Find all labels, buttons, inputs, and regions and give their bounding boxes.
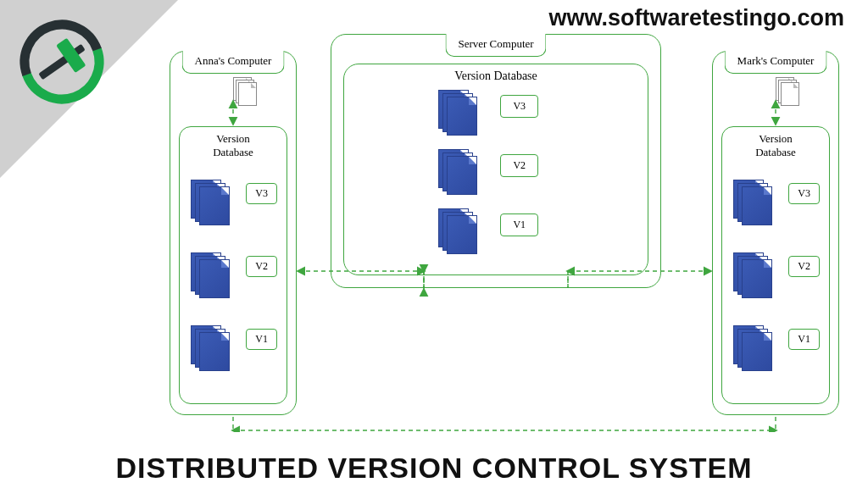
version-label: V2 — [246, 256, 277, 277]
site-logo-icon — [15, 15, 108, 108]
files-stack-icon — [438, 90, 477, 137]
diagram-canvas: Anna's Computer VersionDatabase V3 V2 — [170, 34, 839, 432]
files-stack-icon — [733, 325, 772, 373]
files-stack-icon — [733, 180, 772, 227]
files-stack-icon — [733, 252, 772, 300]
version-entry: V2 — [191, 252, 275, 300]
version-label: V3 — [788, 183, 820, 204]
version-label: V2 — [788, 256, 820, 277]
db-label: VersionDatabase — [180, 132, 287, 158]
version-label: V1 — [788, 329, 820, 350]
version-entry: V1 — [191, 325, 275, 373]
version-label: V1 — [246, 329, 277, 350]
files-stack-icon — [438, 149, 477, 197]
client-panel-mark: Mark's Computer VersionDatabase V3 V2 — [712, 51, 839, 415]
files-stack-icon — [191, 180, 230, 227]
server-title-tab: Server Computer — [445, 34, 546, 57]
version-label: V3 — [500, 95, 538, 118]
version-entry: V3 — [438, 90, 523, 134]
server-panel: Server Computer Version Database V3 V2 V… — [331, 34, 661, 288]
server-version-database-box: Version Database V3 V2 V1 — [343, 64, 648, 275]
site-url: www.softwaretestingo.com — [548, 5, 844, 31]
diagram-title: DISTRIBUTED VERSION CONTROL SYSTEM — [0, 452, 868, 485]
version-entry: V3 — [191, 180, 275, 227]
client-panel-anna: Anna's Computer VersionDatabase V3 V2 — [170, 51, 297, 415]
files-stack-icon — [438, 208, 477, 256]
version-entry: V2 — [438, 149, 523, 193]
page-root: www.softwaretestingo.com DISTRIBUTED VER… — [0, 0, 868, 488]
db-label: Version Database — [344, 69, 648, 83]
version-label: V2 — [500, 154, 538, 177]
version-database-box: VersionDatabase V3 V2 V1 — [179, 126, 287, 404]
files-stack-icon — [191, 325, 230, 373]
version-entry: V1 — [438, 208, 523, 252]
version-label: V1 — [500, 214, 538, 236]
version-database-box: VersionDatabase V3 V2 V1 — [721, 126, 830, 404]
version-entry: V3 — [733, 180, 818, 227]
version-label: V3 — [246, 183, 277, 204]
client-title-tab: Anna's Computer — [182, 51, 285, 74]
version-entry: V1 — [733, 325, 818, 373]
svg-rect-3 — [56, 38, 86, 73]
files-stack-icon — [191, 252, 230, 300]
client-title-tab: Mark's Computer — [725, 51, 827, 74]
version-entry: V2 — [733, 252, 818, 300]
db-label: VersionDatabase — [722, 132, 829, 158]
